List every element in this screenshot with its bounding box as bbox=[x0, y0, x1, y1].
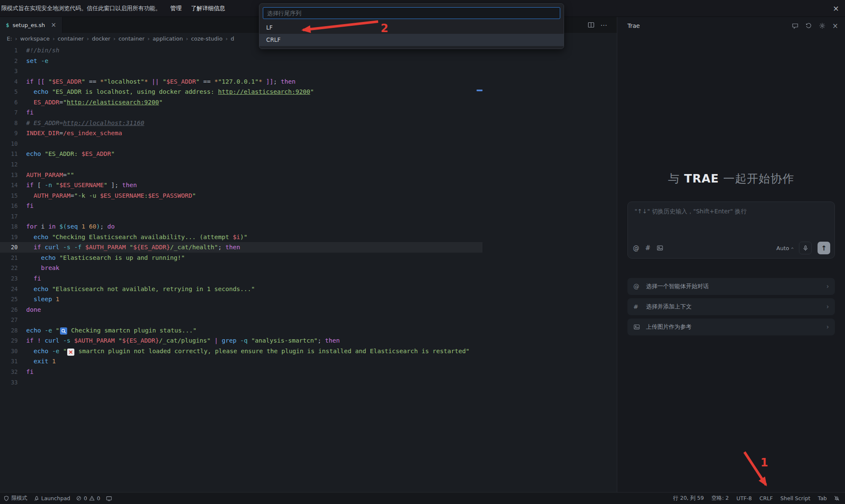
code-line[interactable]: 4if [[ "$ES_ADDR" == *"localhost"* || "$… bbox=[0, 76, 482, 87]
breadcrumb-item[interactable]: E: bbox=[7, 35, 12, 42]
status-cursor-position[interactable]: 行 20, 列 59 bbox=[673, 495, 704, 502]
brand-name: TRAE bbox=[684, 172, 719, 185]
code-line[interactable]: 11echo "ES_ADDR: $ES_ADDR" bbox=[0, 149, 482, 159]
code-line[interactable]: 18for i in $(seq 1 60); do bbox=[0, 221, 482, 232]
mention-icon[interactable]: @ bbox=[633, 244, 639, 252]
code-line[interactable]: 31 exit 1 bbox=[0, 356, 482, 367]
line-number: 3 bbox=[0, 66, 18, 76]
code-line[interactable]: 8# ES_ADDR=http://localhost:31160 bbox=[0, 118, 482, 128]
status-encoding[interactable]: UTF-8 bbox=[736, 495, 752, 501]
code-line[interactable]: 6 ES_ADDR="http://elasticsearch:9200" bbox=[0, 97, 482, 108]
code-line[interactable]: 23 fi bbox=[0, 273, 482, 284]
status-eol[interactable]: CRLF bbox=[760, 495, 773, 501]
panel-action-hash[interactable]: #选择并添加上下文› bbox=[627, 298, 835, 315]
breadcrumb-item[interactable]: container bbox=[58, 35, 84, 42]
model-auto-selector[interactable]: Auto › bbox=[777, 245, 793, 251]
code-text: if [[ "$ES_ADDR" == *"localhost"* || "$E… bbox=[26, 76, 295, 87]
status-right-items: 行 20, 列 59空格: 2UTF-8CRLFShell ScriptTab bbox=[673, 495, 827, 502]
breadcrumb-separator-icon: › bbox=[147, 35, 150, 42]
chevron-right-icon: › bbox=[826, 323, 829, 331]
line-number: 23 bbox=[0, 273, 18, 284]
status-restricted-mode[interactable]: 限模式 bbox=[3, 495, 27, 502]
code-line[interactable]: 13AUTH_PARAM="" bbox=[0, 170, 482, 180]
code-editor[interactable]: 1#!/bin/sh2set -e34if [[ "$ES_ADDR" == *… bbox=[0, 44, 617, 492]
code-line[interactable]: 24 echo "Elasticsearch not available, re… bbox=[0, 284, 482, 294]
breadcrumb-item[interactable]: container bbox=[118, 35, 144, 42]
notifications-muted-icon[interactable] bbox=[834, 495, 840, 501]
breadcrumb-item[interactable]: workspace bbox=[20, 35, 50, 42]
line-number: 7 bbox=[0, 107, 18, 118]
code-line[interactable]: 29if ! curl -s $AUTH_PARAM "${ES_ADDR}/_… bbox=[0, 335, 482, 346]
panel-action-image[interactable]: 上传图片作为参考› bbox=[627, 319, 835, 335]
code-line[interactable]: 9INDEX_DIR=/es_index_schema bbox=[0, 128, 482, 139]
breadcrumb-separator-icon: › bbox=[186, 35, 188, 42]
tab-label: setup_es.sh bbox=[13, 22, 45, 28]
code-line[interactable]: 12 bbox=[0, 159, 482, 170]
editor-actions: ⋯ bbox=[588, 17, 608, 33]
code-line[interactable]: 15 AUTH_PARAM="-k -u $ES_USERNAME:$ES_PA… bbox=[0, 191, 482, 201]
more-actions-icon[interactable]: ⋯ bbox=[600, 21, 608, 29]
breadcrumb-separator-icon: › bbox=[52, 35, 55, 42]
quickpick-input[interactable] bbox=[263, 7, 560, 19]
status-problems[interactable]: 0 0 bbox=[76, 495, 100, 501]
panel-action-label: 选择并添加上下文 bbox=[646, 303, 692, 311]
gear-icon[interactable] bbox=[819, 22, 826, 29]
code-line[interactable]: 3 bbox=[0, 66, 482, 76]
editor-group: $ setup_es.sh × ⋯ E:›workspace›container… bbox=[0, 17, 617, 492]
code-line[interactable]: 21 echo "Elasticsearch is up and running… bbox=[0, 253, 482, 263]
banner-close-icon[interactable]: × bbox=[833, 5, 839, 12]
status-screencast[interactable] bbox=[106, 496, 112, 501]
code-line[interactable]: 25 sleep 1 bbox=[0, 294, 482, 305]
status-bar: 限模式 Launchpad 0 0 bbox=[0, 492, 845, 504]
quickpick-option-crlf[interactable]: CRLF bbox=[259, 34, 564, 46]
panel-action-label: 选择一个智能体开始对话 bbox=[646, 283, 709, 290]
breadcrumb-item[interactable]: d bbox=[231, 35, 234, 42]
shield-icon bbox=[3, 496, 9, 501]
feedback-icon[interactable] bbox=[792, 22, 799, 29]
code-line[interactable]: 32fi bbox=[0, 367, 482, 377]
chevron-right-icon: › bbox=[826, 303, 829, 311]
status-language-mode[interactable]: Shell Script bbox=[780, 495, 810, 501]
manage-button[interactable]: 管理 bbox=[170, 5, 182, 12]
split-editor-icon[interactable] bbox=[588, 22, 594, 28]
quickpick-option-lf[interactable]: LF bbox=[259, 22, 564, 34]
context-hash-icon[interactable]: # bbox=[645, 244, 651, 252]
code-line[interactable]: 17 bbox=[0, 211, 482, 222]
code-line[interactable]: 26done bbox=[0, 305, 482, 315]
chat-input-card[interactable]: "↑↓" 切换历史输入，"Shift+Enter" 换行 @ # Auto › bbox=[627, 202, 835, 259]
code-line[interactable]: 22 break bbox=[0, 263, 482, 273]
send-button[interactable]: ↑ bbox=[818, 242, 830, 254]
learn-more-button[interactable]: 了解详细信息 bbox=[191, 5, 225, 12]
tab-close-icon[interactable]: × bbox=[51, 21, 57, 29]
code-text: if ! curl -s $AUTH_PARAM "${ES_ADDR}/_ca… bbox=[26, 335, 340, 346]
status-tab-size[interactable]: Tab bbox=[818, 495, 827, 501]
search-emoji-icon bbox=[60, 327, 67, 335]
code-line[interactable]: 10 bbox=[0, 139, 482, 149]
code-line[interactable]: 2set -e bbox=[0, 56, 482, 66]
attach-image-icon[interactable] bbox=[657, 245, 663, 251]
breadcrumb-item[interactable]: coze-studio bbox=[191, 35, 223, 42]
status-indentation[interactable]: 空格: 2 bbox=[711, 495, 729, 502]
code-line[interactable]: 14if [ -n "$ES_USERNAME" ]; then bbox=[0, 180, 482, 191]
panel-close-icon[interactable]: × bbox=[832, 22, 838, 30]
code-line[interactable]: 30 echo -e " smartcn plugin not loaded c… bbox=[0, 346, 482, 357]
tab-setup-es-sh[interactable]: $ setup_es.sh × bbox=[0, 17, 63, 33]
status-launchpad[interactable]: Launchpad bbox=[33, 495, 71, 501]
breadcrumb-item[interactable]: docker bbox=[92, 35, 110, 42]
line-number: 10 bbox=[0, 139, 18, 149]
code-line[interactable]: 33 bbox=[0, 377, 482, 388]
code-line[interactable]: 28echo -e " Checking smartcn plugin stat… bbox=[0, 325, 482, 336]
code-line[interactable]: 16fi bbox=[0, 201, 482, 211]
panel-action-at[interactable]: @选择一个智能体开始对话› bbox=[627, 278, 835, 295]
code-line[interactable]: 7fi bbox=[0, 107, 482, 118]
code-line[interactable]: 27 bbox=[0, 315, 482, 325]
code-line[interactable]: 19 echo "Checking Elasticsearch availabi… bbox=[0, 232, 482, 242]
breadcrumb-item[interactable]: application bbox=[153, 35, 183, 42]
line-number: 16 bbox=[0, 201, 18, 211]
microphone-button[interactable] bbox=[799, 242, 812, 254]
code-line[interactable]: 5 echo "ES_ADDR is localhost, using dock… bbox=[0, 87, 482, 97]
code-text: set -e bbox=[26, 56, 48, 66]
code-line[interactable]: 20 if curl -s -f $AUTH_PARAM "${ES_ADDR}… bbox=[0, 242, 482, 253]
history-icon[interactable] bbox=[805, 22, 812, 29]
app-window: 限模式旨在实现安全地浏览代码。信任此窗口以启用所有功能。 管理 了解详细信息 ×… bbox=[0, 0, 845, 504]
